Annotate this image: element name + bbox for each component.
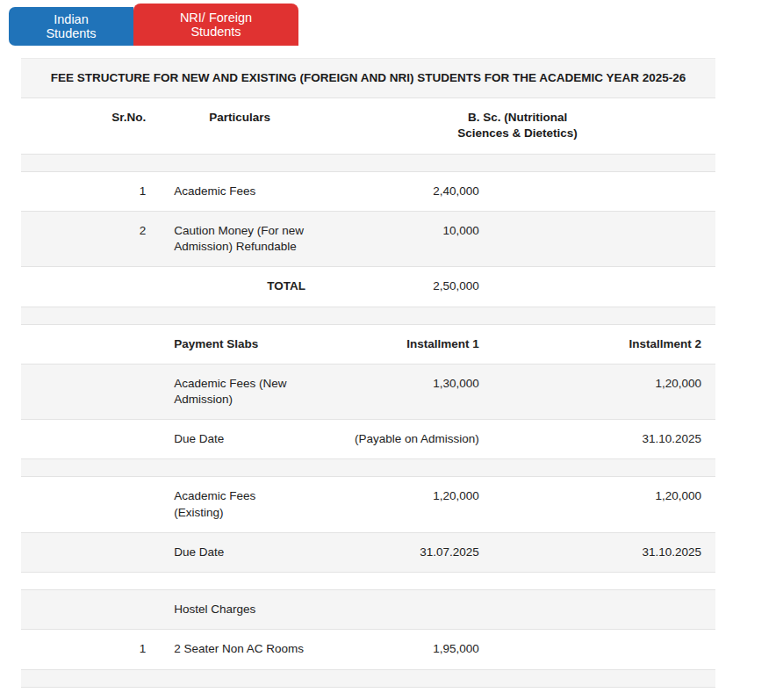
table-row: 2Caution Money (For new Admission) Refun… bbox=[21, 211, 715, 266]
cell: Academic Fees (Existing) bbox=[160, 477, 320, 532]
cell bbox=[493, 687, 715, 700]
cell bbox=[21, 532, 160, 572]
table-row: TOTAL2,50,000 bbox=[21, 267, 715, 307]
cell: Caution Money (For new Admission) Refund… bbox=[160, 211, 320, 266]
table-row: Due Date31.07.202531.10.2025 bbox=[21, 532, 715, 572]
cell: Installment 1 bbox=[320, 324, 493, 364]
table-row: 2Hostel Caution Money (Refundable)15,000 bbox=[21, 687, 715, 700]
column-header-srno: Sr.No. bbox=[21, 98, 160, 154]
spacer-row bbox=[21, 669, 715, 687]
table-row: Payment SlabsInstallment 1Installment 2 bbox=[21, 324, 715, 364]
cell bbox=[21, 590, 160, 630]
cell bbox=[320, 590, 493, 630]
cell: Due Date bbox=[160, 532, 320, 572]
table-row: 12 Seater Non AC Rooms1,95,000 bbox=[21, 630, 715, 669]
table-row: Academic Fees (Existing)1,20,0001,20,000 bbox=[21, 477, 715, 532]
cell: 1 bbox=[21, 630, 160, 669]
table-title-row: FEE STRUCTURE FOR NEW AND EXISTING (FORE… bbox=[21, 59, 715, 98]
tab-nri-foreign-students[interactable]: NRI/ Foreign Students bbox=[133, 4, 298, 46]
cell: Academic Fees bbox=[160, 171, 320, 211]
cell: 10,000 bbox=[320, 211, 493, 266]
cell: 31.10.2025 bbox=[493, 532, 715, 572]
spacer-cell bbox=[21, 154, 715, 171]
spacer-row bbox=[21, 154, 715, 171]
spacer-row bbox=[21, 459, 715, 477]
cell bbox=[493, 267, 715, 307]
table-row: 1Academic Fees2,40,000 bbox=[21, 171, 715, 211]
cell: 31.10.2025 bbox=[493, 420, 715, 459]
cell: Hostel Caution Money (Refundable) bbox=[160, 687, 320, 700]
cell: 15,000 bbox=[320, 687, 493, 700]
cell: Installment 2 bbox=[493, 324, 715, 364]
spacer-cell bbox=[21, 669, 715, 687]
cell: 2 bbox=[21, 687, 160, 700]
cell: 2,50,000 bbox=[320, 267, 493, 307]
cell: 31.07.2025 bbox=[320, 532, 493, 572]
cell: Hostel Charges bbox=[160, 590, 320, 630]
cell: Due Date bbox=[160, 420, 320, 459]
table-title: FEE STRUCTURE FOR NEW AND EXISTING (FORE… bbox=[21, 59, 715, 98]
cell: 2 Seater Non AC Rooms bbox=[160, 630, 320, 669]
cell: (Payable on Admission) bbox=[320, 420, 493, 459]
cell bbox=[21, 324, 160, 364]
cell bbox=[21, 477, 160, 532]
cell: 1,20,000 bbox=[320, 477, 493, 532]
course-header-label: B. Sc. (Nutritional Sciences & Dietetics… bbox=[445, 110, 590, 141]
student-type-tabs: Indian Students NRI/ Foreign Students bbox=[0, 0, 783, 46]
fee-structure-table: FEE STRUCTURE FOR NEW AND EXISTING (FORE… bbox=[21, 58, 715, 700]
column-header-course: B. Sc. (Nutritional Sciences & Dietetics… bbox=[320, 98, 715, 154]
cell: 1,95,000 bbox=[320, 630, 493, 669]
table-row: Due Date(Payable on Admission)31.10.2025 bbox=[21, 420, 715, 459]
spacer-cell bbox=[21, 307, 715, 324]
tab-indian-students[interactable]: Indian Students bbox=[9, 7, 133, 46]
cell bbox=[21, 420, 160, 459]
cell: 2,40,000 bbox=[320, 171, 493, 211]
table-row: Hostel Charges bbox=[21, 590, 715, 630]
cell bbox=[21, 267, 160, 307]
table-row: Academic Fees (New Admission)1,30,0001,2… bbox=[21, 364, 715, 419]
cell bbox=[493, 590, 715, 630]
cell: TOTAL bbox=[160, 267, 320, 307]
cell bbox=[493, 630, 715, 669]
cell bbox=[493, 171, 715, 211]
cell: Academic Fees (New Admission) bbox=[160, 364, 320, 419]
cell: 1,20,000 bbox=[493, 364, 715, 419]
spacer-row bbox=[21, 307, 715, 324]
cell: 1,20,000 bbox=[493, 477, 715, 532]
table-header-row: Sr.No. Particulars B. Sc. (Nutritional S… bbox=[21, 98, 715, 154]
cell: Payment Slabs bbox=[160, 324, 320, 364]
cell: 1 bbox=[21, 171, 160, 211]
cell: 1,30,000 bbox=[320, 364, 493, 419]
cell: 2 bbox=[21, 211, 160, 266]
spacer-row bbox=[21, 573, 715, 590]
spacer-cell bbox=[21, 459, 715, 477]
cell bbox=[493, 211, 715, 266]
cell bbox=[21, 364, 160, 419]
column-header-particulars: Particulars bbox=[160, 98, 320, 154]
spacer-cell bbox=[21, 573, 715, 590]
